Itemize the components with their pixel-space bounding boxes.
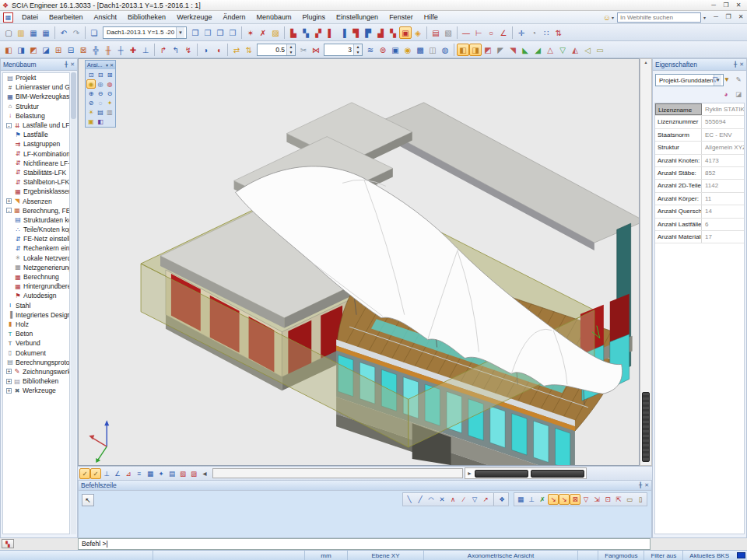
close-icon[interactable]: ✕: [739, 61, 744, 68]
toolbar-icon[interactable]: ☀: [86, 107, 96, 117]
property-value[interactable]: 11: [702, 193, 744, 205]
tree-item-beton[interactable]: TBeton: [3, 329, 69, 338]
property-value[interactable]: Ryklin STATIK: [702, 103, 744, 115]
close-button[interactable]: ✕: [732, 1, 745, 10]
toolbar-icon[interactable]: △: [544, 44, 556, 56]
toolbar-icon[interactable]: ∠: [497, 26, 510, 39]
toolbar-icon[interactable]: ▽: [580, 494, 591, 505]
maximize-button[interactable]: ❒: [720, 1, 732, 10]
tree-item-berechnung[interactable]: ▦Berechnung: [3, 272, 69, 282]
tree-item-lf-kombinationen[interactable]: ⇵LF-Kombinationen: [3, 149, 69, 159]
tree-item-werkzeuge[interactable]: +✖Werkzeuge: [3, 386, 69, 395]
child-minimize-button[interactable]: ─: [710, 12, 722, 22]
toolbar-icon[interactable]: ▦: [145, 468, 156, 479]
toolbar-icon[interactable]: ▣: [389, 44, 402, 56]
zoom-factor-spinner[interactable]: 0.5 ▲▼: [257, 44, 296, 56]
tree-item-dokument[interactable]: ▯Dokument: [3, 348, 69, 357]
toolbar-icon[interactable]: ╬: [89, 44, 102, 56]
toolbar-icon[interactable]: ▣: [399, 26, 412, 39]
menu-ändern[interactable]: Ändern: [217, 12, 251, 23]
tree-expand-icon[interactable]: +: [6, 198, 12, 204]
toolbar-icon[interactable]: ⊟: [65, 44, 77, 56]
command-input[interactable]: Befehl >|: [78, 538, 651, 550]
scroll-left-icon[interactable]: ◄: [199, 468, 210, 479]
spin-up-icon[interactable]: ▲: [287, 44, 295, 50]
property-row[interactable]: StrukturAllgemein XYZ: [655, 142, 744, 154]
tree-item-ergebnisklassen[interactable]: ▦Ergebnisklassen: [3, 187, 69, 196]
help-dropdown-icon[interactable]: ▾: [612, 15, 614, 20]
toolbar-icon[interactable]: ⊢: [472, 26, 485, 39]
spin-down-icon[interactable]: ▼: [287, 50, 295, 55]
tree-item-strukturdaten-kontrollie[interactable]: ▤Strukturdaten kontrollie: [3, 215, 69, 225]
toolbar-icon[interactable]: ⊡: [86, 70, 96, 79]
toolbar-icon[interactable]: ≡: [134, 468, 145, 479]
property-value[interactable]: Allgemein XYZ: [702, 142, 744, 153]
toolbar-icon[interactable]: ⊖: [96, 89, 105, 98]
window-icon[interactable]: ❏: [88, 26, 100, 39]
dark-scroll-thumb[interactable]: [475, 470, 528, 478]
pin-icon[interactable]: ╂: [639, 482, 642, 488]
toolbar-icon[interactable]: ✚: [127, 44, 139, 56]
toolbar-icon[interactable]: ≋: [364, 44, 377, 56]
toolbar-icon[interactable]: ▟: [374, 26, 387, 39]
toolbar-icon[interactable]: ▜: [349, 26, 362, 39]
toolbar-icon[interactable]: ▽: [556, 44, 569, 56]
redo-icon[interactable]: ↷: [70, 26, 82, 39]
toolbar-icon[interactable]: ▤: [96, 107, 105, 117]
toolbar-icon[interactable]: ↱: [157, 44, 170, 56]
toolbar-icon[interactable]: ✓: [90, 468, 101, 479]
toolbar-icon[interactable]: ▭: [624, 494, 635, 505]
coordinate-mode-button[interactable]: ▚: [2, 539, 14, 548]
tree-item-verbund[interactable]: TVerbund: [3, 338, 69, 348]
toolbar-icon[interactable]: ▨: [188, 468, 199, 479]
menu-bearbeiten[interactable]: Bearbeiten: [44, 12, 89, 23]
toolbar-icon[interactable]: ◔: [528, 26, 540, 39]
property-row[interactable]: StaatsnormEC - ENV: [655, 129, 744, 142]
toolbar-icon[interactable]: ▤: [430, 26, 442, 39]
tree-item-holz[interactable]: ▮Holz: [3, 320, 69, 329]
toolbar-icon[interactable]: ∕: [458, 494, 469, 505]
toolbar-icon[interactable]: ◩: [482, 44, 494, 56]
tree-item-stabilit-ts-lfk[interactable]: ⇵Stabilitäts-LFK: [3, 168, 69, 177]
web-help-search-input[interactable]: [617, 12, 701, 23]
tree-item-lokale-netzverdichtung[interactable]: ✳Lokale Netzverdichtung: [3, 254, 69, 263]
open-file-icon[interactable]: ▥: [15, 26, 27, 39]
toolbar-icon[interactable]: ⇲: [591, 494, 602, 505]
property-value[interactable]: 6: [702, 219, 744, 230]
new-file-icon[interactable]: ▢: [2, 26, 15, 39]
filter-icon[interactable]: ▽: [710, 74, 721, 85]
menu-fenster[interactable]: Fenster: [384, 12, 419, 23]
menu-ansicht[interactable]: Ansicht: [89, 12, 123, 23]
toolbar-icon[interactable]: ◫: [426, 44, 439, 56]
toolbar-icon[interactable]: ↘: [548, 494, 559, 505]
toolbar-icon[interactable]: ❖: [496, 494, 507, 505]
toolbar-icon[interactable]: ◩: [27, 44, 40, 56]
save-all-icon[interactable]: ▦: [40, 26, 52, 39]
property-row[interactable]: LizenznameRyklin STATIK: [655, 103, 744, 116]
tree-expand-icon[interactable]: +: [6, 369, 12, 374]
toolbar-icon[interactable]: ▦: [515, 494, 526, 505]
filter2-icon[interactable]: ▼: [721, 74, 732, 85]
tree-item-hintergrundberechnung[interactable]: ▦Hintergrundberechnung: [3, 282, 69, 291]
property-row[interactable]: Anzahl Stäbe:852: [655, 167, 744, 180]
tree-item-rechenkern-einstellen[interactable]: ⇵Rechenkern einstellen: [3, 243, 69, 253]
menu-menübaum[interactable]: Menübaum: [251, 12, 297, 23]
toolbar-icon[interactable]: ❐: [214, 26, 226, 39]
toolbar-icon[interactable]: ❐: [226, 26, 239, 39]
toolbar-icon[interactable]: ∧: [447, 494, 458, 505]
toolbar-icon[interactable]: ▭: [594, 44, 606, 56]
menu-werkzeuge[interactable]: Werkzeuge: [171, 12, 217, 23]
toolbar-icon[interactable]: ▌: [324, 26, 337, 39]
toolbar-icon[interactable]: ◁: [581, 44, 594, 56]
combo-arrow-icon[interactable]: ▼: [176, 27, 184, 38]
view-palette-header[interactable]: Ansi... ▾ ✕: [86, 61, 115, 69]
edit-icon[interactable]: ✎: [733, 74, 744, 85]
tree-item-absenzen[interactable]: +◥Absenzen: [3, 196, 69, 205]
scroll-up-icon[interactable]: ▲: [640, 59, 651, 66]
toolbar-icon[interactable]: ❐: [202, 26, 214, 39]
tree-scrollbar[interactable]: [71, 72, 76, 534]
toolbar-icon[interactable]: ▩: [414, 44, 426, 56]
toolbar-icon[interactable]: ╫: [102, 44, 114, 56]
property-row[interactable]: Anzahl Lastfälle:6: [655, 219, 744, 231]
pin-icon[interactable]: ╂: [65, 61, 68, 68]
